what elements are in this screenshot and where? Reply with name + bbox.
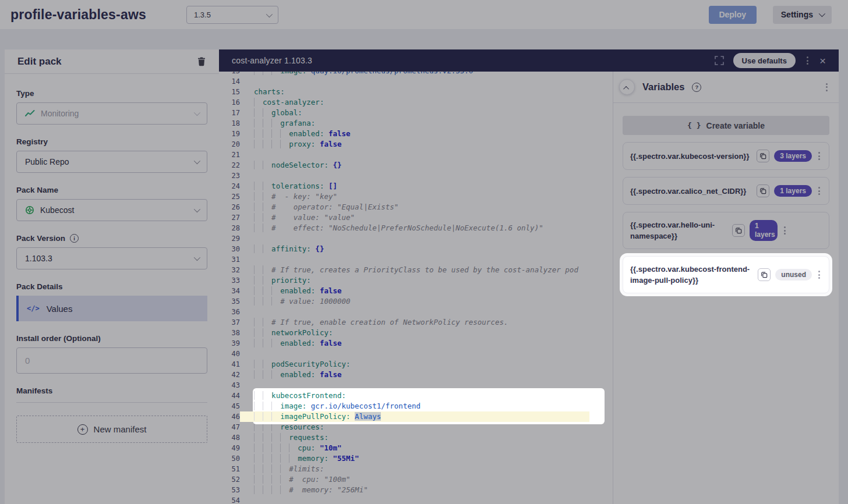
line-number: 34: [219, 286, 240, 296]
kubecost-icon: [25, 205, 34, 215]
edit-pack-form: Type Monitoring Registry Public Repo Pac…: [5, 74, 219, 443]
copy-icon[interactable]: [757, 184, 769, 197]
line-number: 24: [219, 181, 240, 191]
layers-badge: unused: [775, 269, 812, 281]
chevron-up-icon: [623, 86, 629, 91]
collapse-panel-button[interactable]: [619, 79, 635, 95]
line-number: 49: [219, 443, 240, 453]
line-number: 30: [219, 244, 240, 254]
app-root: profile-variables-aws 1.3.5 Deploy Setti…: [0, 0, 848, 504]
copy-icon[interactable]: [732, 224, 745, 237]
line-number: 29: [219, 233, 240, 244]
new-manifest-button[interactable]: + New manifest: [16, 416, 207, 443]
line-number: 18: [219, 118, 240, 129]
manifests-divider: [16, 402, 207, 403]
line-number: 50: [219, 453, 240, 464]
new-manifest-label: New manifest: [94, 424, 147, 434]
chevron-down-icon: [194, 206, 200, 212]
line-number: 16: [219, 97, 240, 108]
variable-list: {{.spectro.var.kubecost-version}} 3 laye…: [613, 142, 839, 293]
create-variable-label: Create variable: [706, 121, 765, 130]
monitoring-icon: [25, 110, 35, 117]
variables-title: Variables: [642, 81, 684, 93]
layers-badge: 3 layers: [774, 150, 812, 162]
copy-icon[interactable]: [757, 150, 769, 162]
trash-icon[interactable]: [197, 56, 206, 66]
type-select[interactable]: Monitoring: [16, 102, 207, 125]
pack-version-select[interactable]: 1.103.3: [16, 247, 207, 269]
editor-header-actions: Use defaults ×: [715, 53, 826, 68]
panel-menu-icon[interactable]: [824, 81, 829, 93]
line-number: 32: [219, 265, 240, 275]
help-icon[interactable]: ?: [692, 83, 701, 92]
line-number: 20: [219, 139, 240, 150]
line-number: 53: [219, 485, 240, 495]
line-number: 31: [219, 254, 240, 265]
line-number: 14: [219, 76, 240, 87]
variable-row[interactable]: {{.spectro.var.kubecost-frontend-image-p…: [623, 256, 829, 293]
variable-name: {{.spectro.var.hello-uni-namespace}}: [630, 219, 732, 242]
registry-value: Public Repo: [25, 157, 69, 166]
info-icon[interactable]: i: [70, 234, 79, 243]
variables-divider: [613, 102, 839, 103]
install-order-label: Install order (Optional): [16, 334, 207, 343]
topbar-actions: Deploy Settings: [709, 6, 832, 24]
code-icon: </>: [27, 304, 40, 313]
copy-icon[interactable]: [758, 268, 771, 281]
profile-version-value: 1.3.5: [194, 10, 211, 19]
close-icon[interactable]: ×: [819, 55, 826, 66]
deploy-button[interactable]: Deploy: [709, 6, 757, 24]
create-variable-button[interactable]: { } Create variable: [623, 116, 829, 135]
settings-label: Settings: [781, 10, 813, 19]
edit-pack-header: Edit pack: [5, 49, 219, 74]
variable-row[interactable]: {{.spectro.var.kubecost-version}} 3 laye…: [623, 142, 829, 170]
line-number: 51: [219, 464, 240, 474]
pack-details-values-tab[interactable]: </> Values: [16, 296, 207, 321]
editor-title: cost-analyzer 1.103.3: [232, 56, 312, 65]
variables-header: Variables ?: [613, 72, 839, 102]
line-number: 19: [219, 129, 240, 139]
line-number: 17: [219, 108, 240, 118]
variable-name: {{.spectro.var.kubecost-version}}: [630, 151, 757, 162]
pack-name-label: Pack Name: [16, 186, 207, 194]
variable-row[interactable]: {{.spectro.var.hello-uni-namespace}} 1 l…: [623, 212, 829, 249]
line-number: 46: [219, 411, 240, 422]
expand-icon[interactable]: [715, 56, 724, 65]
braces-icon: { }: [687, 121, 701, 130]
line-number: 23: [219, 171, 240, 181]
topbar: profile-variables-aws 1.3.5 Deploy Setti…: [0, 0, 848, 29]
line-number: 43: [219, 380, 240, 391]
pack-name-select[interactable]: Kubecost: [16, 199, 207, 221]
line-number: 26: [219, 202, 240, 212]
use-defaults-button[interactable]: Use defaults: [733, 53, 796, 68]
line-number: 45: [219, 401, 240, 411]
kebab-menu-icon[interactable]: [817, 150, 822, 162]
line-number: 47: [219, 422, 240, 432]
line-number: 52: [219, 474, 240, 485]
variable-row[interactable]: {{.spectro.var.calico_net_CIDR}} 1 layer…: [623, 177, 829, 205]
chevron-down-icon: [819, 10, 825, 17]
plus-icon: +: [77, 424, 88, 435]
manifests-label: Manifests: [16, 386, 207, 395]
settings-button[interactable]: Settings: [773, 6, 832, 24]
line-number: 44: [219, 391, 240, 401]
profile-version-select[interactable]: 1.3.5: [186, 6, 278, 24]
line-number: 35: [219, 296, 240, 307]
kebab-menu-icon[interactable]: [817, 185, 822, 197]
line-number: 36: [219, 307, 240, 317]
type-value: Monitoring: [41, 109, 79, 118]
install-order-input[interactable]: [16, 347, 207, 374]
line-number: 13: [219, 72, 240, 76]
variables-panel: Variables ? { } Create variable {{.spect…: [613, 72, 839, 504]
variable-name: {{.spectro.var.calico_net_CIDR}}: [630, 186, 757, 197]
line-number: 40: [219, 349, 240, 359]
line-number: 38: [219, 328, 240, 338]
pack-details-label: Pack Details: [16, 282, 207, 291]
kebab-menu-icon[interactable]: [817, 269, 822, 281]
kebab-menu-icon[interactable]: [782, 225, 787, 236]
registry-select[interactable]: Public Repo: [16, 151, 207, 173]
line-number: 25: [219, 191, 240, 202]
editor-menu-icon[interactable]: [805, 55, 810, 66]
line-number: 15: [219, 87, 240, 97]
chevron-down-icon: [194, 254, 200, 261]
